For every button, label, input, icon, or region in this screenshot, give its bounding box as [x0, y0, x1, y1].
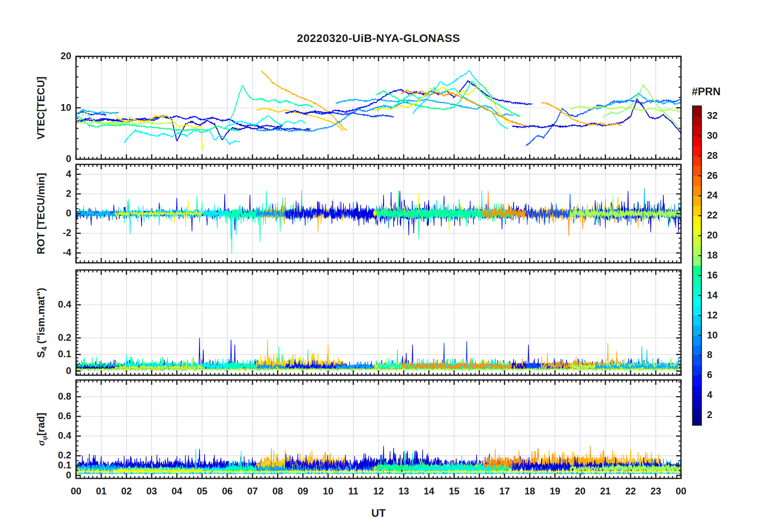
colorbar-tick-label: 22	[707, 210, 731, 221]
colorbar-tick-label: 10	[707, 330, 731, 341]
colorbar-cell	[693, 156, 701, 166]
y-tick-label-sigma: 0.1	[42, 460, 71, 471]
y-tick-label-vtec: 20	[42, 50, 71, 62]
x-tick-label: 09	[290, 486, 316, 497]
figure: 20220320-UiB-NYA-GLONASS VTEC[TECU] ROT …	[0, 0, 761, 532]
x-tick-label: 19	[542, 486, 568, 497]
colorbar-cell	[693, 136, 701, 146]
colorbar-cell	[693, 226, 701, 236]
series-prn-4	[285, 81, 532, 114]
x-tick-label: 03	[139, 486, 164, 497]
x-tick-label: 20	[567, 486, 593, 497]
x-tick-label: 11	[340, 486, 366, 497]
y-tick-label-rot: 4	[42, 168, 71, 180]
x-tick-label: 04	[164, 486, 190, 497]
y-tick-label-rot: 2	[42, 188, 71, 199]
colorbar-cell	[693, 276, 701, 286]
colorbar-cell	[693, 176, 701, 186]
x-axis-label: UT	[76, 507, 681, 520]
colorbar-cell	[693, 385, 701, 396]
colorbar-tick-label: 12	[707, 310, 731, 321]
colorbar-cell	[693, 336, 701, 346]
y-tick-label-rot: -4	[42, 247, 71, 258]
panel-s4	[76, 270, 681, 375]
y-tick-label-s4: 0	[42, 365, 71, 376]
colorbar-cell	[693, 395, 701, 406]
y-tick-label-sigma: 0.6	[42, 410, 71, 422]
colorbar-cell	[693, 126, 701, 136]
colorbar-cell	[693, 346, 701, 356]
colorbar-cell	[693, 365, 701, 376]
colorbar-cell	[693, 146, 701, 156]
panel-rot	[76, 164, 681, 263]
colorbar-tick-label: 2	[707, 409, 731, 420]
series-prn-12	[124, 130, 240, 144]
colorbar-cell	[693, 296, 701, 306]
colorbar-cell	[693, 375, 701, 386]
y-tick-label-s4: 0.4	[42, 299, 71, 310]
colorbar-cell	[693, 316, 701, 326]
chart-title: 20220320-UiB-NYA-GLONASS	[76, 32, 681, 45]
colorbar	[693, 106, 701, 426]
colorbar-cell	[693, 415, 701, 426]
colorbar-cell	[693, 306, 701, 316]
colorbar-cell	[693, 216, 701, 226]
colorbar-tick-label: 26	[707, 170, 731, 181]
x-tick-label: 18	[517, 486, 543, 497]
x-tick-label: 08	[265, 486, 290, 497]
series-prn-4	[76, 116, 283, 128]
colorbar-cell	[693, 326, 701, 336]
colorbar-cell	[693, 246, 701, 256]
colorbar-cell	[693, 196, 701, 206]
x-tick-label: 23	[643, 486, 669, 497]
colorbar-tick-label: 32	[707, 110, 731, 121]
x-tick-label: 01	[88, 486, 114, 497]
x-tick-label: 00	[63, 486, 89, 497]
colorbar-cell	[693, 166, 701, 176]
y-tick-label-sigma: 0.4	[42, 430, 71, 441]
x-tick-label: 02	[114, 486, 139, 497]
x-tick-label: 21	[593, 486, 618, 497]
colorbar-cell	[693, 355, 701, 366]
colorbar-cell	[693, 266, 701, 276]
colorbar-tick-label: 16	[707, 270, 731, 281]
x-tick-label: 06	[214, 486, 240, 497]
y-tick-label-rot: -2	[42, 227, 71, 238]
y-tick-label-vtec: 10	[42, 102, 71, 113]
colorbar-tick-label: 6	[707, 369, 731, 380]
colorbar-cell	[693, 286, 701, 296]
colorbar-cell	[693, 256, 701, 266]
colorbar-tick-label: 30	[707, 130, 731, 141]
colorbar-tick-label: 24	[707, 190, 731, 201]
colorbar-cell	[693, 405, 701, 416]
x-tick-label: 14	[416, 486, 442, 497]
colorbar-cell	[693, 186, 701, 196]
series-prn-21	[115, 115, 203, 150]
y-tick-label-sigma: 0.2	[42, 450, 71, 461]
x-tick-label: 00	[668, 486, 694, 497]
x-tick-label: 05	[189, 486, 215, 497]
colorbar-cell	[693, 206, 701, 216]
panel-vtec	[76, 56, 681, 159]
colorbar-cell	[693, 116, 701, 126]
colorbar-tick-label: 8	[707, 349, 731, 360]
y-tick-label-sigma: 0	[42, 470, 71, 481]
colorbar-tick-label: 14	[707, 290, 731, 301]
series-prn-14	[225, 190, 306, 253]
x-tick-label: 17	[492, 486, 517, 497]
y-axis-label-s4: S4 ("ism.mat")	[35, 288, 49, 358]
x-tick-label: 22	[618, 486, 643, 497]
y-tick-label-s4: 0.1	[42, 348, 71, 360]
series-prn-3	[593, 191, 681, 233]
y-tick-label-rot: 0	[42, 208, 71, 219]
series-prn-21	[115, 200, 202, 228]
colorbar-title: #PRN	[680, 86, 732, 98]
x-tick-label: 10	[315, 486, 341, 497]
x-tick-label: 16	[467, 486, 492, 497]
colorbar-tick-label: 4	[707, 389, 731, 400]
x-tick-label: 15	[441, 486, 467, 497]
panel-sigma	[76, 380, 681, 478]
series-prn-16	[376, 81, 520, 116]
colorbar-tick-label: 20	[707, 230, 731, 241]
plot-canvas	[0, 0, 761, 532]
